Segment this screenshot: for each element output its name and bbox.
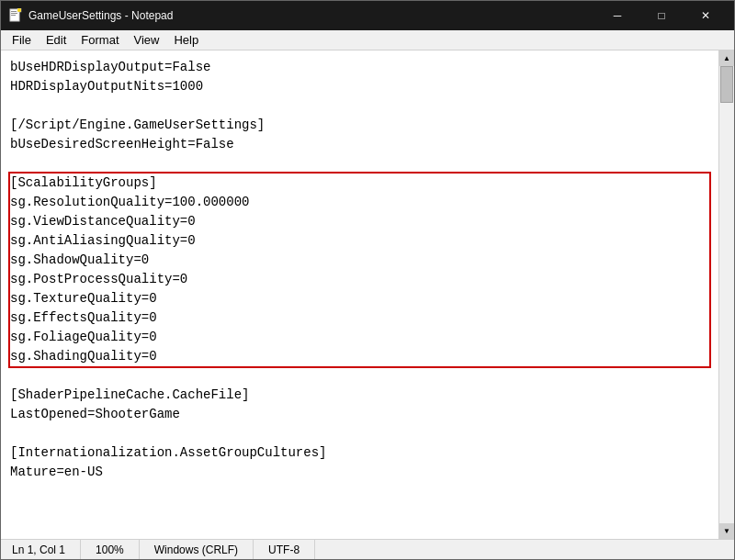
- text-line: [10, 424, 709, 443]
- text-line: sg.EffectsQuality=0: [10, 308, 709, 328]
- menu-file[interactable]: File: [5, 31, 39, 50]
- text-editor[interactable]: bUseHDRDisplayOutput=False HDRDisplayOut…: [1, 50, 718, 539]
- text-line: sg.ShadowQuality=0: [10, 251, 709, 270]
- menu-format[interactable]: Format: [74, 31, 126, 50]
- encoding: UTF-8: [254, 540, 315, 559]
- zoom-level: 100%: [81, 540, 140, 559]
- notepad-window: GameUserSettings - Notepad ─ □ ✕ File Ed…: [0, 0, 735, 560]
- title-bar: GameUserSettings - Notepad ─ □ ✕: [1, 1, 734, 30]
- minimize-button[interactable]: ─: [596, 1, 639, 30]
- text-line: [/Script/Engine.GameUserSettings]: [10, 116, 709, 135]
- notepad-icon: [8, 8, 23, 23]
- editor-area: bUseHDRDisplayOutput=False HDRDisplayOut…: [1, 50, 734, 539]
- text-line: bUseDesiredScreenHeight=False: [10, 135, 709, 154]
- text-line: bUseHDRDisplayOutput=False: [10, 58, 709, 77]
- text-line: sg.FoliageQuality=0: [10, 328, 709, 347]
- text-line: [10, 96, 709, 116]
- scroll-up-button[interactable]: ▲: [719, 50, 735, 66]
- svg-rect-4: [17, 8, 21, 12]
- title-bar-left: GameUserSettings - Notepad: [8, 8, 173, 23]
- line-ending: Windows (CRLF): [140, 540, 254, 559]
- menu-edit[interactable]: Edit: [39, 31, 74, 50]
- text-line: sg.TextureQuality=0: [10, 289, 709, 308]
- scroll-down-button[interactable]: ▼: [719, 523, 735, 539]
- cursor-position: Ln 1, Col 1: [1, 540, 81, 559]
- highlighted-section: [ScalabilityGroups] sg.ResolutionQuality…: [10, 174, 709, 366]
- menu-view[interactable]: View: [127, 31, 167, 50]
- text-line: [ShaderPipelineCache.CacheFile]: [10, 386, 709, 405]
- menu-help[interactable]: Help: [166, 31, 206, 50]
- text-line: [10, 366, 709, 386]
- text-line: sg.PostProcessQuality=0: [10, 270, 709, 289]
- scroll-thumb[interactable]: [720, 66, 733, 103]
- text-line: sg.AntiAliasingQuality=0: [10, 231, 709, 251]
- text-line: Mature=en-US: [10, 463, 709, 482]
- text-line: sg.ResolutionQuality=100.000000: [10, 193, 709, 212]
- svg-rect-2: [11, 13, 17, 14]
- title-bar-controls: ─ □ ✕: [596, 1, 727, 30]
- text-line: HDRDisplayOutputNits=1000: [10, 77, 709, 96]
- svg-rect-1: [11, 11, 17, 12]
- text-line: sg.ShadingQuality=0: [10, 347, 709, 366]
- svg-rect-3: [11, 15, 16, 16]
- menu-bar: File Edit Format View Help: [1, 30, 734, 50]
- text-line: [10, 154, 709, 174]
- text-line: [Internationalization.AssetGroupCultures…: [10, 443, 709, 463]
- vertical-scrollbar[interactable]: ▲ ▼: [718, 50, 734, 539]
- text-line: sg.ViewDistanceQuality=0: [10, 212, 709, 231]
- text-line: LastOpened=ShooterGame: [10, 405, 709, 424]
- status-bar: Ln 1, Col 1 100% Windows (CRLF) UTF-8: [1, 539, 734, 559]
- close-button[interactable]: ✕: [684, 1, 727, 30]
- maximize-button[interactable]: □: [640, 1, 683, 30]
- window-title: GameUserSettings - Notepad: [28, 9, 173, 22]
- scroll-track[interactable]: [719, 66, 734, 523]
- text-line: [ScalabilityGroups]: [10, 174, 709, 193]
